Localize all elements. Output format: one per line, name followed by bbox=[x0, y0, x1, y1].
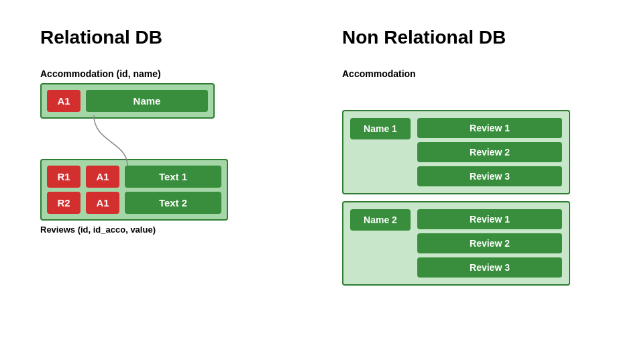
left-side: Relational DB Accommodation (id, name) A… bbox=[13, 13, 329, 349]
non-rel-review-2-2: Review 2 bbox=[417, 233, 562, 253]
review-row-1: R1 A1 Text 1 bbox=[47, 166, 221, 188]
right-side: Non Relational DB Accommodation Name 1 R… bbox=[329, 13, 631, 349]
review-2-fk: A1 bbox=[86, 192, 119, 214]
non-rel-review-2-3: Review 3 bbox=[417, 257, 562, 278]
non-relational-container: Name 1 Review 1 Review 2 Review 3 Name 2… bbox=[342, 110, 570, 292]
accommodation-label: Accommodation (id, name) bbox=[40, 68, 161, 79]
non-rel-group-1: Name 1 Review 1 Review 2 Review 3 bbox=[342, 110, 570, 194]
non-rel-row-1: Name 1 Review 1 Review 2 Review 3 bbox=[350, 118, 562, 186]
non-rel-group-2: Name 2 Review 1 Review 2 Review 3 bbox=[342, 201, 570, 286]
connector-line bbox=[74, 115, 154, 166]
review-1-fk: A1 bbox=[86, 166, 119, 188]
reviews-section: R1 A1 Text 1 R2 A1 Text 2 Reviews (id, i… bbox=[40, 159, 228, 235]
reviews-table: R1 A1 Text 1 R2 A1 Text 2 bbox=[40, 159, 228, 221]
non-rel-name-1: Name 1 bbox=[350, 118, 411, 139]
accommodation-id-cell: A1 bbox=[47, 90, 80, 112]
main-container: Relational DB Accommodation (id, name) A… bbox=[0, 0, 644, 362]
reviews-label: Reviews (id, id_acco, value) bbox=[40, 225, 228, 235]
non-rel-row-2: Name 2 Review 1 Review 2 Review 3 bbox=[350, 209, 562, 278]
non-rel-accommodation-label: Accommodation bbox=[342, 68, 416, 79]
review-1-value: Text 1 bbox=[125, 166, 221, 188]
non-rel-reviews-1: Review 1 Review 2 Review 3 bbox=[417, 118, 562, 186]
non-rel-review-1-3: Review 3 bbox=[417, 166, 562, 186]
review-2-value: Text 2 bbox=[125, 192, 221, 214]
accommodation-table: A1 Name bbox=[40, 83, 215, 119]
review-2-id: R2 bbox=[47, 192, 80, 214]
non-rel-review-1-2: Review 2 bbox=[417, 142, 562, 162]
accommodation-name-cell: Name bbox=[86, 90, 208, 112]
review-1-id: R1 bbox=[47, 166, 80, 188]
non-relational-db-title: Non Relational DB bbox=[342, 27, 506, 48]
non-rel-reviews-2: Review 1 Review 2 Review 3 bbox=[417, 209, 562, 278]
relational-db-title: Relational DB bbox=[40, 27, 162, 48]
review-row-2: R2 A1 Text 2 bbox=[47, 192, 221, 214]
non-rel-review-1-1: Review 1 bbox=[417, 118, 562, 138]
non-rel-name-2: Name 2 bbox=[350, 209, 411, 231]
non-rel-review-2-1: Review 1 bbox=[417, 209, 562, 229]
